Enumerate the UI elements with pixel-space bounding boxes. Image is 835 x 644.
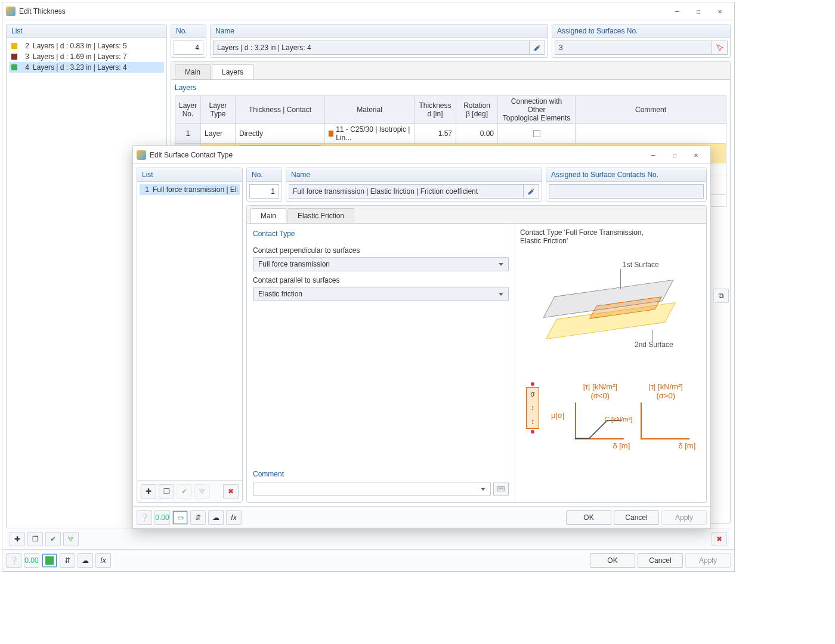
- list-item[interactable]: 1 Full force transmission | Elastic: [140, 184, 240, 195]
- panel-header-assigned: Assigned to Surfaces No.: [552, 24, 730, 38]
- panel-header-assigned: Assigned to Surface Contacts No.: [546, 168, 706, 182]
- checkall-icon: ⩔: [194, 484, 210, 499]
- pencil-icon: [527, 187, 536, 196]
- name-input[interactable]: [289, 184, 524, 199]
- layers-section-title: Layers: [175, 83, 726, 92]
- copy-icon[interactable]: ❐: [27, 532, 43, 546]
- panel-header-list: List: [7, 24, 166, 38]
- ok-button[interactable]: OK: [566, 510, 611, 525]
- edit-name-button[interactable]: [524, 184, 539, 199]
- no-input[interactable]: [174, 41, 203, 55]
- contact-type-section: Contact Type: [253, 230, 509, 238]
- list-item[interactable]: 2Layers | d : 0.83 in | Layers: 5: [9, 41, 164, 51]
- help-button[interactable]: ❔: [6, 553, 21, 568]
- panel-header-name: Name: [286, 168, 542, 182]
- checkall-icon[interactable]: ⩔: [63, 532, 79, 546]
- dialog-title: Edit Surface Contact Type: [150, 151, 233, 159]
- new-icon[interactable]: ✚: [141, 484, 156, 499]
- copy-icon[interactable]: ❐: [159, 484, 174, 499]
- col-connection: Connection with Other Topological Elemen…: [498, 96, 576, 124]
- tab-elastic-friction[interactable]: Elastic Friction: [287, 208, 354, 223]
- pencil-icon: [533, 44, 542, 52]
- panel-header-list: List: [137, 168, 242, 182]
- toolbar-thickness-lower: ✚ ❐ ✔ ⩔ ✖: [6, 528, 731, 550]
- table-row[interactable]: 1LayerDirectly11 - C25/30 | Isotropic | …: [175, 124, 726, 144]
- app-icon: [137, 150, 146, 160]
- panel-header-no: No.: [171, 24, 206, 38]
- maximize-button[interactable]: ☐: [664, 147, 685, 163]
- model-icon[interactable]: ☁: [78, 553, 93, 568]
- list-item[interactable]: 3Layers | d : 1.69 in | Layers: 7: [9, 51, 164, 62]
- close-button[interactable]: ✕: [709, 3, 731, 20]
- chevron-down-icon: [481, 488, 485, 491]
- expand-side-button[interactable]: ⧉: [713, 289, 729, 303]
- col-layer-no: Layer No.: [175, 96, 201, 124]
- col-material: Material: [325, 96, 415, 124]
- plot-sigma-pos: |τ| [kN/m²] (σ>0) δ [m]: [636, 382, 695, 448]
- tree-icon[interactable]: ⇵: [190, 510, 206, 525]
- tab-main[interactable]: Main: [250, 208, 286, 223]
- label-perpendicular: Contact perpendicular to surfaces: [253, 246, 509, 255]
- tab-layers[interactable]: Layers: [212, 64, 253, 79]
- assigned-input[interactable]: [555, 41, 712, 55]
- tree-icon[interactable]: ⇵: [60, 553, 75, 568]
- ok-button[interactable]: OK: [590, 553, 635, 568]
- model-icon[interactable]: ☁: [208, 510, 224, 525]
- col-thickness-contact: Thickness | Contact: [236, 96, 325, 124]
- pick-surface-button[interactable]: [712, 41, 728, 55]
- assigned-input[interactable]: [549, 184, 704, 199]
- titlebar: Edit Thickness — ☐ ✕: [2, 2, 734, 20]
- mu-sigma-label: μ|σ|: [551, 411, 564, 420]
- diagram-title: Contact Type 'Full Force Transmission, E…: [520, 228, 701, 245]
- units-button[interactable]: 0.00: [24, 553, 39, 568]
- name-input[interactable]: [213, 41, 530, 55]
- chevron-down-icon: [499, 263, 503, 266]
- maximize-button[interactable]: ☐: [688, 3, 709, 20]
- minimize-button[interactable]: —: [666, 3, 688, 20]
- cancel-button[interactable]: Cancel: [638, 553, 683, 568]
- new-icon[interactable]: ✚: [10, 532, 25, 546]
- apply-button: Apply: [661, 510, 707, 525]
- cancel-button[interactable]: Cancel: [614, 510, 659, 525]
- panel-header-name: Name: [211, 24, 548, 38]
- col-rotation: Rotation β [deg]: [456, 96, 498, 124]
- preview-button[interactable]: ▭: [172, 510, 188, 525]
- stress-column-diagram: σ↕↕: [520, 382, 545, 434]
- edit-name-button[interactable]: [530, 41, 545, 55]
- apply-button: Apply: [685, 553, 731, 568]
- fx-icon[interactable]: fx: [226, 510, 242, 525]
- no-panel: No.: [171, 24, 206, 58]
- contact-diagram: 1st Surface 2nd Surface: [533, 257, 688, 376]
- comment-pick-button[interactable]: [493, 482, 509, 496]
- list-item[interactable]: 4Layers | d : 3.23 in | Layers: 4: [9, 62, 164, 73]
- tabstrip: Main Layers: [171, 62, 730, 80]
- parallel-select[interactable]: Elastic friction: [253, 287, 509, 301]
- col-thickness-d: Thickness d [in]: [415, 96, 456, 124]
- contact-list-panel: List 1 Full force transmission | Elastic…: [137, 168, 243, 503]
- window-title: Edit Thickness: [19, 7, 66, 16]
- help-button[interactable]: ❔: [137, 510, 152, 525]
- perpendicular-select[interactable]: Full force transmission: [253, 257, 509, 271]
- minimize-button[interactable]: —: [642, 147, 664, 163]
- assigned-panel: Assigned to Surfaces No.: [552, 24, 731, 58]
- app-icon: [6, 7, 16, 16]
- note-icon: [497, 485, 505, 493]
- units-button[interactable]: 0.00: [154, 510, 170, 525]
- no-input[interactable]: [249, 184, 279, 199]
- col-layer-type: Layer Type: [201, 96, 236, 124]
- check-icon[interactable]: ✔: [45, 532, 61, 546]
- delete-button[interactable]: ✖: [712, 532, 727, 546]
- panel-header-no: No.: [247, 168, 282, 182]
- edit-surface-contact-dialog: Edit Surface Contact Type — ☐ ✕ List 1 F…: [132, 145, 711, 529]
- color-swatch-button[interactable]: [42, 553, 57, 568]
- close-button[interactable]: ✕: [685, 147, 707, 163]
- plot-sigma-neg: |τ| [kN/m²] (σ<0) C [kN/m³] δ [m]: [570, 382, 630, 448]
- comment-combo[interactable]: [253, 482, 491, 496]
- label-parallel: Contact parallel to surfaces: [253, 276, 509, 284]
- col-comment: Comment: [576, 96, 726, 124]
- delete-button[interactable]: ✖: [223, 484, 239, 499]
- fx-icon[interactable]: fx: [95, 553, 111, 568]
- tab-main[interactable]: Main: [175, 64, 211, 79]
- pick-icon: [716, 44, 724, 52]
- check-icon: ✔: [177, 484, 192, 499]
